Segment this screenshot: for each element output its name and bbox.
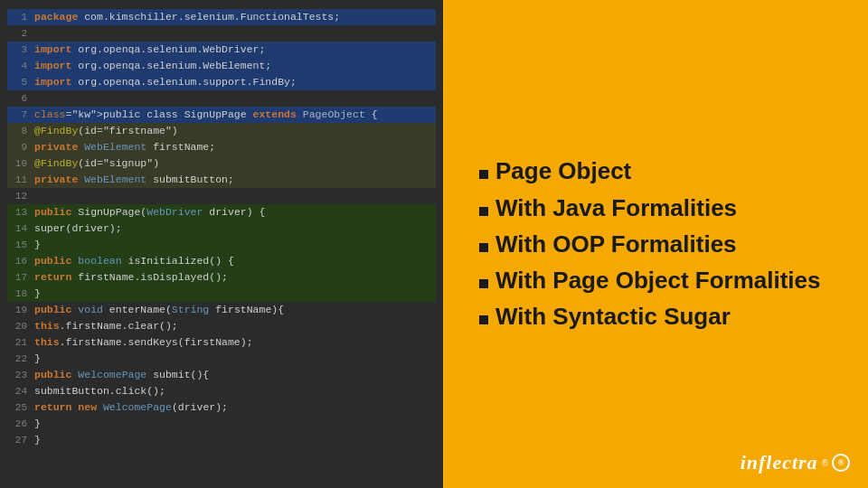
line-content: public boolean isInitialized() { (34, 253, 436, 269)
line-content: public SignUpPage(WebDriver driver) { (34, 204, 436, 221)
code-line: 14 super(driver); (7, 221, 436, 237)
line-number: 1 (7, 9, 27, 25)
line-number: 19 (7, 302, 27, 318)
bullet-text: With OOP Formalities (495, 226, 737, 262)
bullet-item: Page Object (479, 153, 832, 189)
line-number: 25 (7, 399, 27, 416)
line-number: 18 (7, 286, 27, 302)
line-content: @FindBy(id="firstname") (34, 123, 436, 139)
line-number: 2 (7, 25, 27, 42)
code-panel: 1package com.kimschiller.selenium.Functi… (0, 0, 443, 488)
code-line: 15 } (7, 237, 436, 253)
bullet-list: Page ObjectWith Java FormalitiesWith OOP… (479, 153, 832, 334)
line-content: return firstName.isDisplayed(); (34, 269, 436, 286)
line-number: 21 (7, 334, 27, 351)
code-line: 11 private WebElement submitButton; (7, 172, 436, 188)
line-number: 17 (7, 269, 27, 286)
line-content: super(driver); (34, 221, 436, 237)
code-line: 9 private WebElement firstName; (7, 139, 436, 155)
code-line: 4import org.openqa.selenium.WebElement; (7, 58, 436, 74)
bullet-square-icon (479, 315, 488, 324)
line-number: 9 (7, 139, 27, 155)
line-content: import org.openqa.selenium.WebDriver; (34, 42, 436, 58)
code-line: 10 @FindBy(id="signup") (7, 155, 436, 172)
logo-circle: ® (832, 454, 850, 472)
bullet-item: With Java Formalities (479, 190, 832, 226)
code-line: 1package com.kimschiller.selenium.Functi… (7, 9, 436, 25)
code-line: 23 public WelcomePage submit(){ (7, 367, 436, 383)
line-content: package com.kimschiller.selenium.Functio… (34, 9, 436, 25)
line-number: 27 (7, 432, 27, 448)
line-number: 7 (7, 107, 27, 123)
line-number: 22 (7, 351, 27, 367)
line-content: } (34, 351, 436, 367)
bullet-text: With Java Formalities (495, 190, 737, 226)
code-line: 2 (7, 25, 436, 42)
code-line: 19 public void enterName(String firstNam… (7, 302, 436, 318)
line-number: 11 (7, 172, 27, 188)
code-line: 26 } (7, 416, 436, 432)
logo-area: inflectra ® ® (741, 451, 850, 474)
line-content: @FindBy(id="signup") (34, 155, 436, 172)
line-content: public void enterName(String firstName){ (34, 302, 436, 318)
line-content: } (34, 286, 436, 302)
code-line: 16 public boolean isInitialized() { (7, 253, 436, 269)
right-panel: Page ObjectWith Java FormalitiesWith OOP… (443, 0, 868, 488)
code-line: 22 } (7, 351, 436, 367)
line-content: public WelcomePage submit(){ (34, 367, 436, 383)
line-number: 3 (7, 42, 27, 58)
code-line: 5import org.openqa.selenium.support.Find… (7, 74, 436, 90)
code-line: 24 submitButton.click(); (7, 383, 436, 399)
line-content: } (34, 432, 436, 448)
logo-text: inflectra (741, 451, 818, 474)
bullet-text: Page Object (495, 153, 631, 189)
line-content: class="kw">public class SignUpPage exten… (34, 107, 436, 123)
line-content: private WebElement firstName; (34, 139, 436, 155)
line-number: 4 (7, 58, 27, 74)
bullet-item: With Syntactic Sugar (479, 298, 832, 334)
line-content: submitButton.click(); (34, 383, 436, 399)
code-line: 27} (7, 432, 436, 448)
line-number: 16 (7, 253, 27, 269)
code-line: 6 (7, 90, 436, 107)
bullet-square-icon (479, 243, 488, 252)
logo-registered: ® (822, 458, 828, 468)
code-editor: 1package com.kimschiller.selenium.Functi… (7, 9, 436, 448)
line-content: this.firstName.clear(); (34, 318, 436, 334)
line-number: 14 (7, 221, 27, 237)
line-number: 23 (7, 367, 27, 383)
bullet-square-icon (479, 170, 488, 179)
line-number: 26 (7, 416, 27, 432)
code-line: 13 public SignUpPage(WebDriver driver) { (7, 204, 436, 221)
bullet-text: With Page Object Formalities (495, 262, 821, 298)
line-number: 8 (7, 123, 27, 139)
line-number: 13 (7, 204, 27, 221)
line-content: } (34, 237, 436, 253)
code-line: 21 this.firstName.sendKeys(firstName); (7, 334, 436, 351)
bullet-square-icon (479, 279, 488, 288)
line-number: 24 (7, 383, 27, 399)
line-number: 5 (7, 74, 27, 90)
code-line: 3import org.openqa.selenium.WebDriver; (7, 42, 436, 58)
line-content: return new WelcomePage(driver); (34, 399, 436, 416)
code-line: 25 return new WelcomePage(driver); (7, 399, 436, 416)
bullet-text: With Syntactic Sugar (495, 298, 731, 334)
code-line: 7 class="kw">public class SignUpPage ext… (7, 107, 436, 123)
line-number: 15 (7, 237, 27, 253)
line-number: 10 (7, 155, 27, 172)
bullet-item: With OOP Formalities (479, 226, 832, 262)
line-content: import org.openqa.selenium.support.FindB… (34, 74, 436, 90)
line-content: private WebElement submitButton; (34, 172, 436, 188)
code-line: 20 this.firstName.clear(); (7, 318, 436, 334)
line-number: 12 (7, 188, 27, 204)
line-content: } (34, 416, 436, 432)
code-line: 18 } (7, 286, 436, 302)
code-line: 12 (7, 188, 436, 204)
bullet-item: With Page Object Formalities (479, 262, 832, 298)
line-content: this.firstName.sendKeys(firstName); (34, 334, 436, 351)
bullet-square-icon (479, 207, 488, 216)
code-line: 8 @FindBy(id="firstname") (7, 123, 436, 139)
line-content: import org.openqa.selenium.WebElement; (34, 58, 436, 74)
code-line: 17 return firstName.isDisplayed(); (7, 269, 436, 286)
line-number: 6 (7, 90, 27, 107)
